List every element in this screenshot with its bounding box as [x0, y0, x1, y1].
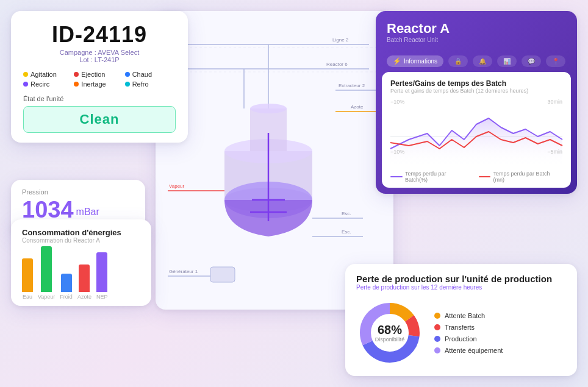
- info-icon: ⚡: [393, 57, 401, 65]
- tab-location[interactable]: 📍: [546, 55, 565, 67]
- pressure-value: 1034: [22, 198, 74, 221]
- line-chart: −10% 30min −10% −5min: [390, 99, 562, 166]
- energy-bar-chart: EauVapeurFroidAzoteNEP: [22, 251, 140, 300]
- donut-chart: 68% Disponibilité: [356, 299, 423, 366]
- legend-attente-batch: Attente Batch: [434, 312, 503, 319]
- tag-ejection: Ejection: [74, 71, 124, 78]
- legend-line-purple: [390, 176, 403, 177]
- tag-dot-recirc: [23, 82, 28, 87]
- tag-label-recirc: Recirc: [30, 80, 49, 88]
- tag-chaud: Chaud: [125, 71, 176, 78]
- bar-eau: [22, 258, 33, 292]
- reactor-header: Reactor A Batch Reactor Unit: [376, 11, 577, 49]
- tab-info-label: Informations: [404, 58, 437, 65]
- tag-dot-agitation: [23, 72, 28, 77]
- bar-label-vapeur: Vapeur: [38, 294, 55, 300]
- legend-batch-mn: Temps perdu par Batch (mn): [479, 171, 562, 183]
- bell-icon: 🔔: [479, 58, 486, 65]
- bar-label-eau: Eau: [23, 294, 32, 300]
- bar-group-azote: Azote: [77, 265, 91, 300]
- tag-dot-ejection: [74, 72, 79, 77]
- bar-azote: [79, 265, 90, 292]
- tags-grid: Agitation Ejection Chaud Recirc Inertage…: [23, 71, 176, 88]
- donut-center: 68% Disponibilité: [375, 323, 405, 343]
- bar-nep: [96, 252, 107, 292]
- donut-label: Disponibilité: [375, 336, 405, 343]
- label-attente-batch: Attente Batch: [445, 312, 485, 319]
- energy-card: Consommation d'énergies Consommation du …: [11, 219, 151, 306]
- tab-chat[interactable]: 💬: [522, 55, 541, 67]
- svg-text:Ligne 2: Ligne 2: [332, 37, 349, 43]
- dot-transferts: [434, 324, 440, 330]
- reactor-a-card: Reactor A Batch Reactor Unit ⚡ Informati…: [376, 11, 577, 194]
- label-production: Production: [445, 335, 477, 343]
- state-label: État de l'unité: [23, 95, 176, 102]
- id-card: ID-24119 Campagne : AVEVA Select Lot : L…: [11, 11, 188, 143]
- bar-group-vapeur: Vapeur: [38, 246, 55, 300]
- tag-agitation: Agitation: [23, 71, 74, 78]
- production-card: Perte de production sur l'unité de produ…: [345, 264, 577, 376]
- dot-attente-equipement: [434, 347, 440, 353]
- bar-group-nep: NEP: [96, 252, 108, 300]
- chart-legend: Temps perdu par Batch(%) Temps perdu par…: [390, 171, 562, 183]
- y-axis-bottom-right: −5min: [547, 149, 562, 155]
- energy-subtitle: Consommation du Reactor A: [22, 237, 140, 244]
- legend-batch-pct: Temps perdu par Batch(%): [390, 171, 470, 183]
- svg-rect-30: [210, 267, 235, 282]
- bar-vapeur: [41, 246, 52, 292]
- legend-transferts: Transferts: [434, 324, 503, 331]
- location-icon: 📍: [552, 58, 559, 65]
- bar-label-nep: NEP: [96, 294, 108, 300]
- svg-text:Azote: Azote: [351, 104, 364, 110]
- tag-recirc: Recirc: [23, 80, 74, 88]
- tag-label-agitation: Agitation: [30, 71, 57, 78]
- state-badge: Clean: [23, 106, 176, 133]
- donut-percentage: 68%: [375, 323, 405, 336]
- legend-label-purple: Temps perdu par Batch(%): [405, 171, 470, 183]
- reactor-subtitle: Batch Reactor Unit: [387, 37, 566, 43]
- legend-label-red: Temps perdu par Batch (mn): [493, 171, 562, 183]
- reactor-title: Reactor A: [387, 21, 566, 37]
- y-axis-top-left: −10%: [390, 99, 404, 105]
- svg-text:Esc.: Esc.: [342, 229, 351, 235]
- reactor-tabs: ⚡ Informations 🔒 🔔 📊 💬 📍: [376, 55, 577, 72]
- tag-inertage: Inertage: [74, 80, 124, 88]
- chat-icon: 💬: [528, 58, 535, 65]
- y-axis-top-right: 30min: [547, 99, 562, 105]
- label-transferts: Transferts: [445, 324, 475, 331]
- bar-group-froid: Froid: [60, 274, 73, 300]
- svg-point-17: [250, 104, 287, 113]
- tag-label-chaud: Chaud: [132, 71, 152, 78]
- lot-label: Lot : LT-241P: [23, 56, 176, 63]
- chart-icon: 📊: [503, 58, 511, 65]
- tab-bell[interactable]: 🔔: [473, 55, 492, 67]
- chart-title: Pertes/Gains de temps des Batch: [390, 79, 562, 88]
- tag-dot-inertage: [74, 82, 79, 87]
- bar-label-azote: Azote: [77, 294, 91, 300]
- dot-production: [434, 336, 440, 342]
- reactor-chart-area: Pertes/Gains de temps des Batch Perte et…: [382, 72, 571, 188]
- tab-chart[interactable]: 📊: [497, 55, 517, 67]
- production-content: 68% Disponibilité Attente Batch Transfer…: [356, 299, 566, 366]
- tag-refro: Refro: [125, 80, 176, 88]
- production-title: Perte de production sur l'unité de produ…: [356, 274, 566, 284]
- tab-informations[interactable]: ⚡ Informations: [387, 55, 443, 67]
- svg-text:Reactor 6: Reactor 6: [326, 62, 348, 67]
- bar-froid: [61, 274, 72, 292]
- dot-attente-batch: [434, 313, 440, 319]
- tab-lock[interactable]: 🔒: [448, 55, 468, 67]
- energy-title: Consommation d'énergies: [22, 228, 140, 237]
- legend-attente-equipement: Attente équipement: [434, 347, 503, 354]
- bar-label-froid: Froid: [60, 294, 73, 300]
- label-attente-equipement: Attente équipement: [445, 347, 503, 354]
- tag-label-inertage: Inertage: [81, 80, 106, 88]
- production-subtitle: Perte de production sur les 12 dernière …: [356, 284, 566, 291]
- tag-dot-refro: [125, 82, 130, 87]
- y-axis-bottom-left: −10%: [390, 149, 404, 155]
- svg-text:Extracteur 2: Extracteur 2: [339, 83, 365, 88]
- pressure-unit: mBar: [76, 207, 99, 218]
- chart-subtitle: Perte et gains de temps des Batch (12 de…: [390, 88, 562, 94]
- bar-group-eau: Eau: [22, 258, 33, 300]
- tag-label-ejection: Ejection: [81, 71, 105, 78]
- line-chart-svg: [390, 106, 562, 167]
